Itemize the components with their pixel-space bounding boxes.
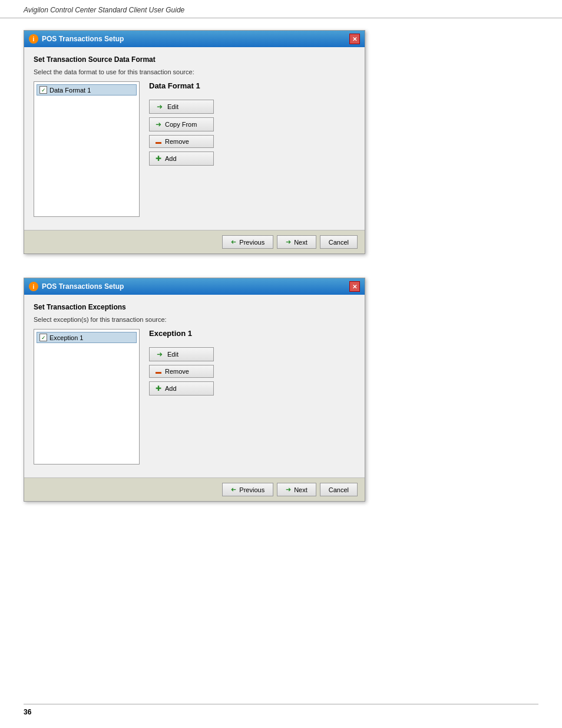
dialog1-body: Set Transaction Source Data Format Selec… [24, 47, 365, 230]
dialog1-section-title: Set Transaction Source Data Format [34, 55, 355, 64]
dialog1-remove-button[interactable]: Remove [149, 135, 214, 148]
dialog2-body: Set Transaction Exceptions Select except… [24, 295, 365, 477]
dialog2-remove-label: Remove [165, 368, 189, 375]
previous-icon [231, 486, 236, 493]
dialog2-previous-label: Previous [239, 486, 265, 493]
dialog2-add-button[interactable]: Add [149, 381, 214, 396]
remove-icon [156, 368, 161, 375]
dialog2-list-panel: ✓ Exception 1 [34, 329, 140, 465]
dialog1-checkbox-1[interactable]: ✓ [39, 86, 47, 94]
dialog1-edit-button[interactable]: Edit [149, 100, 214, 114]
dialog1-selected-name: Data Format 1 [149, 81, 355, 90]
copy-icon [156, 120, 161, 129]
list-item[interactable]: ✓ Exception 1 [37, 332, 137, 343]
dialog1-close-button[interactable]: ✕ [349, 34, 360, 44]
dialog1-next-label: Next [294, 239, 308, 246]
remove-icon [156, 138, 161, 145]
edit-icon [156, 103, 164, 111]
dialog2-next-button[interactable]: Next [277, 483, 316, 496]
dialog2-edit-label: Edit [167, 351, 178, 358]
next-icon [286, 238, 291, 246]
list-item[interactable]: ✓ Data Format 1 [37, 84, 137, 95]
dialog1-title-text: POS Transactions Setup [42, 35, 124, 43]
dialog2-selected-name: Exception 1 [149, 329, 355, 338]
dialog1-main-area: ✓ Data Format 1 Data Format 1 Edit Copy … [34, 81, 355, 217]
header-title: Avigilon Control Center Standard Client … [24, 6, 184, 14]
page-header: Avigilon Control Center Standard Client … [0, 0, 562, 18]
dialog1-add-label: Add [165, 155, 177, 162]
dialog1-instruction: Select the data format to use for this t… [34, 68, 355, 75]
dialog2: i POS Transactions Setup ✕ Set Transacti… [24, 278, 365, 502]
dialog2-list-item-1-label: Exception 1 [49, 334, 83, 341]
dialog2-previous-button[interactable]: Previous [222, 483, 273, 496]
dialog2-section-title: Set Transaction Exceptions [34, 303, 355, 311]
dialog2-titlebar-left: i POS Transactions Setup [29, 282, 124, 291]
dialog1-edit-label: Edit [167, 103, 178, 110]
next-icon [286, 486, 291, 493]
dialog2-remove-button[interactable]: Remove [149, 365, 214, 378]
dialog2-title-icon: i [29, 282, 38, 291]
dialog1-cancel-label: Cancel [329, 239, 349, 246]
edit-icon [156, 350, 164, 358]
page-number: 36 [24, 708, 31, 716]
dialog1-list-item-1-label: Data Format 1 [49, 87, 91, 94]
dialog2-title-text: POS Transactions Setup [42, 282, 124, 291]
dialog1-add-button[interactable]: Add [149, 151, 214, 166]
dialog1-copy-button[interactable]: Copy From [149, 117, 214, 131]
dialog2-close-button[interactable]: ✕ [349, 281, 360, 292]
dialog1-titlebar: i POS Transactions Setup ✕ [24, 31, 365, 47]
dialog2-edit-button[interactable]: Edit [149, 347, 214, 361]
dialog1: i POS Transactions Setup ✕ Set Transacti… [24, 30, 365, 254]
dialog2-add-label: Add [165, 385, 177, 392]
dialog1-remove-label: Remove [165, 138, 189, 145]
dialog2-cancel-button[interactable]: Cancel [320, 483, 358, 496]
dialog1-next-button[interactable]: Next [277, 235, 316, 249]
dialog2-instruction: Select exception(s) for this transaction… [34, 316, 355, 323]
dialog2-next-label: Next [294, 486, 308, 493]
dialog2-main-area: ✓ Exception 1 Exception 1 Edit Remove [34, 329, 355, 465]
dialog1-title-icon: i [29, 34, 38, 44]
dialog2-footer: Previous Next Cancel [24, 477, 365, 501]
dialog1-previous-label: Previous [239, 239, 265, 246]
dialog1-titlebar-left: i POS Transactions Setup [29, 34, 124, 44]
dialog1-previous-button[interactable]: Previous [222, 235, 273, 249]
dialog2-cancel-label: Cancel [329, 486, 349, 493]
dialog1-list-panel: ✓ Data Format 1 [34, 81, 140, 217]
add-icon [156, 154, 161, 163]
dialog1-copy-label: Copy From [165, 121, 197, 128]
dialog1-cancel-button[interactable]: Cancel [320, 235, 358, 249]
dialog1-footer: Previous Next Cancel [24, 230, 365, 253]
dialog2-titlebar: i POS Transactions Setup ✕ [24, 278, 365, 295]
dialog1-right-panel: Data Format 1 Edit Copy From Remove [149, 81, 355, 217]
previous-icon [231, 238, 236, 246]
add-icon [156, 384, 161, 393]
dialog2-checkbox-1[interactable]: ✓ [39, 334, 47, 341]
dialog2-right-panel: Exception 1 Edit Remove Add [149, 329, 355, 465]
